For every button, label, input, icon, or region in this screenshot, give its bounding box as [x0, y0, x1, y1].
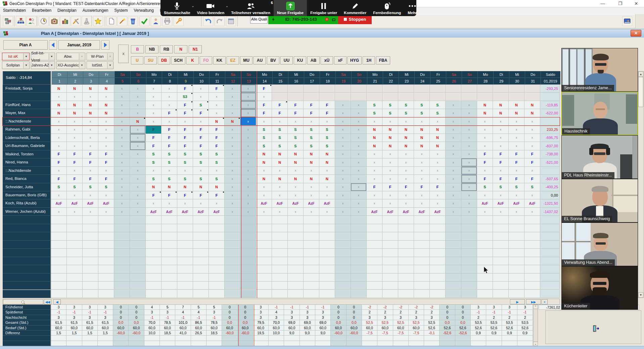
roster-cell[interactable]: x	[225, 158, 240, 166]
roster-cell[interactable]	[446, 85, 461, 93]
roster-cell[interactable]: S	[177, 158, 193, 166]
roster-cell[interactable]: x	[367, 191, 382, 199]
roster-cell[interactable]: x	[493, 167, 509, 175]
roster-cell[interactable]	[240, 249, 256, 257]
roster-cell[interactable]	[493, 273, 509, 282]
shift-button-sch[interactable]: SCH	[171, 56, 185, 64]
roster-cell[interactable]	[351, 290, 367, 298]
roster-cell[interactable]: N	[130, 117, 146, 126]
roster-cell[interactable]: AzF	[414, 208, 430, 216]
roster-cell[interactable]: x	[382, 158, 398, 166]
roster-cell[interactable]: x	[524, 126, 540, 134]
roster-cell[interactable]: F	[272, 109, 288, 117]
employee-name[interactable]	[3, 273, 51, 282]
roster-cell[interactable]: S	[98, 183, 114, 191]
roster-cell[interactable]	[67, 273, 83, 282]
roster-cell[interactable]	[382, 290, 398, 298]
roster-cell[interactable]: S	[398, 101, 414, 109]
roster-cell[interactable]	[351, 282, 367, 290]
employee-name[interactable]: Nired, Hanna	[3, 158, 51, 166]
meeting-button-microphone[interactable]: ⌄Stummschalte	[160, 0, 194, 16]
roster-cell[interactable]: x	[461, 150, 477, 158]
roster-cell[interactable]	[51, 249, 67, 257]
menu-item-bearbeiten[interactable]: Bearbeiten	[29, 7, 54, 13]
roster-cell[interactable]: x	[240, 167, 256, 175]
roster-cell[interactable]	[146, 282, 162, 290]
roster-cell[interactable]: N	[256, 158, 272, 166]
roster-cell[interactable]	[288, 290, 304, 298]
roster-cell[interactable]: F	[509, 158, 524, 166]
shift-button-1h[interactable]: 1H	[363, 56, 375, 64]
day-header[interactable]: Mo21	[367, 71, 383, 85]
roster-cell[interactable]: x	[335, 101, 351, 109]
employee-name[interactable]: Red, Bianca	[3, 175, 51, 183]
roster-cell[interactable]: F	[193, 134, 209, 142]
roster-cell[interactable]: F	[146, 126, 162, 134]
roster-cell[interactable]	[304, 257, 319, 265]
roster-cell[interactable]: x	[130, 126, 146, 134]
shift-button-bv[interactable]: BV	[267, 56, 279, 64]
roster-cell[interactable]: N	[367, 134, 382, 142]
roster-cell[interactable]: x	[130, 175, 146, 183]
roster-cell[interactable]: x	[461, 208, 477, 216]
roster-cell[interactable]	[288, 257, 304, 265]
menu-item-system[interactable]: System	[111, 7, 131, 13]
roster-cell[interactable]: x	[493, 142, 509, 150]
roster-cell[interactable]: x	[477, 142, 493, 150]
roster-cell[interactable]	[509, 93, 524, 101]
roster-cell[interactable]: AzF	[146, 208, 162, 216]
roster-cell[interactable]	[414, 290, 430, 298]
roster-cell[interactable]: S	[193, 101, 209, 109]
roster-cell[interactable]: F	[177, 191, 193, 199]
roster-cell[interactable]	[272, 93, 288, 101]
roster-cell[interactable]: x	[98, 93, 114, 101]
roster-cell[interactable]: F	[493, 158, 509, 166]
roster-cell[interactable]	[256, 273, 272, 282]
roster-cell[interactable]	[446, 273, 461, 282]
roster-cell[interactable]	[382, 241, 398, 249]
roster-cell[interactable]	[130, 290, 146, 298]
roster-cell[interactable]: x	[98, 142, 114, 150]
roster-cell[interactable]: N	[256, 175, 272, 183]
roster-cell[interactable]	[67, 265, 83, 273]
chevron-down-icon[interactable]: ▼	[49, 62, 54, 68]
roster-cell[interactable]: F	[193, 142, 209, 150]
roster-cell[interactable]: N	[304, 150, 319, 158]
roster-cell[interactable]: x	[67, 142, 83, 150]
wizard-icon[interactable]	[117, 16, 127, 26]
roster-cell[interactable]: x	[319, 183, 335, 191]
roster-cell[interactable]: F	[319, 109, 335, 117]
scroll-far-right-button[interactable]: ▶▶	[526, 299, 541, 304]
roster-cell[interactable]	[398, 249, 414, 257]
roster-cell[interactable]	[130, 249, 146, 257]
roster-cell[interactable]: F	[83, 150, 98, 158]
roster-cell[interactable]: x	[146, 199, 162, 207]
roster-cell[interactable]: S	[67, 183, 83, 191]
roster-cell[interactable]	[398, 241, 414, 249]
roster-cell[interactable]: F	[51, 150, 67, 158]
roster-cell[interactable]: F	[193, 126, 209, 134]
roster-cell[interactable]	[382, 249, 398, 257]
day-header[interactable]: Mi9	[178, 71, 194, 85]
roster-cell[interactable]	[414, 249, 430, 257]
roster-cell[interactable]: x	[288, 183, 304, 191]
employee-name[interactable]: Rahmen, Gabi	[3, 126, 51, 134]
roster-cell[interactable]: x	[51, 208, 67, 216]
day-header[interactable]: Fr25	[430, 71, 446, 85]
roster-cell[interactable]: x	[209, 109, 225, 117]
vertical-scrollbar[interactable]: ▲▼	[638, 71, 644, 298]
roster-cell[interactable]	[304, 241, 319, 249]
roster-cell[interactable]: x	[461, 117, 477, 126]
roster-cell[interactable]: x	[493, 191, 509, 199]
employee-name[interactable]	[3, 257, 51, 265]
roster-cell[interactable]: x	[193, 93, 209, 101]
roster-cell[interactable]	[114, 257, 130, 265]
roster-cell[interactable]: x	[351, 158, 367, 166]
video-tile[interactable]: Haustechnik	[561, 92, 638, 135]
roster-cell[interactable]: S	[477, 183, 493, 191]
roster-cell[interactable]	[225, 290, 240, 298]
roster-cell[interactable]: x	[414, 167, 430, 175]
roster-cell[interactable]: x	[240, 126, 256, 134]
roster-cell[interactable]	[524, 282, 540, 290]
roster-cell[interactable]: x	[304, 167, 319, 175]
